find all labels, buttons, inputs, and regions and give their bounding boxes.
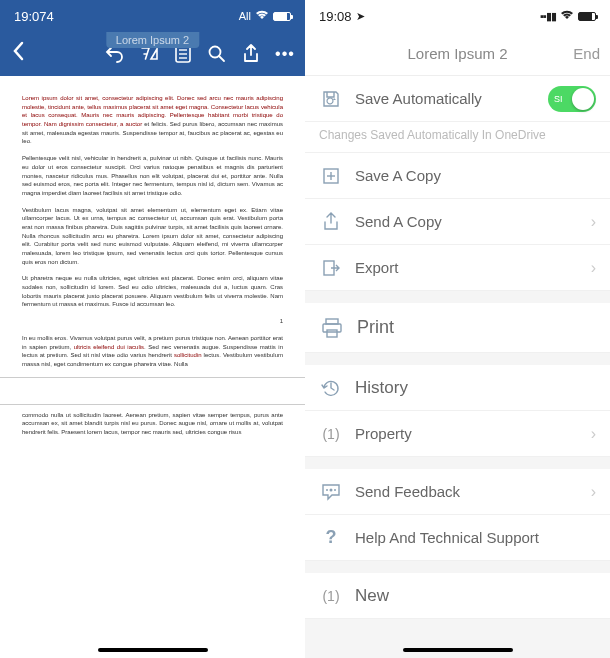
page-number: 1 [22, 317, 283, 326]
feedback-icon [319, 480, 343, 504]
svg-line-5 [219, 56, 224, 61]
svg-rect-11 [323, 324, 341, 332]
help-icon: ? [319, 526, 343, 550]
file-menu: Save Automatically SI Changes Saved Auto… [305, 76, 610, 658]
menu-label: Send Feedback [355, 483, 591, 500]
chevron-right-icon: › [591, 483, 596, 501]
autosave-description: Changes Saved Automatically In OneDrive [305, 122, 610, 153]
send-copy-icon [319, 210, 343, 234]
menu-label: Property [355, 425, 591, 442]
menu-label: Print [357, 317, 596, 338]
help-row[interactable]: ? Help And Technical Support [305, 515, 610, 561]
svg-point-15 [334, 489, 336, 491]
export-icon [319, 256, 343, 280]
property-icon: (1) [319, 422, 343, 446]
new-icon: (1) [319, 584, 343, 608]
document-body[interactable]: Lorem ipsum dolor sit amet, consectetur … [0, 76, 305, 658]
battery-icon [578, 12, 596, 21]
menu-label: Help And Technical Support [355, 529, 596, 546]
svg-rect-12 [327, 330, 337, 337]
menu-label: Save Automatically [355, 90, 548, 107]
print-icon [319, 315, 345, 341]
home-indicator[interactable] [98, 648, 208, 652]
chevron-right-icon: › [591, 213, 596, 231]
chevron-right-icon: › [591, 259, 596, 277]
menu-label: History [355, 378, 596, 398]
print-row[interactable]: Print [305, 303, 610, 353]
history-row[interactable]: History [305, 365, 610, 411]
file-menu-pane: 19:08 ➤ ▪▪▮▮ Lorem Ipsum 2 End Save Auto… [305, 0, 610, 658]
svg-point-13 [330, 488, 333, 491]
menu-label: Send A Copy [355, 213, 591, 230]
clock: 19:08 [319, 9, 352, 24]
status-icons: All [239, 10, 291, 22]
page-break [0, 377, 305, 405]
save-automatically-row[interactable]: Save Automatically SI [305, 76, 610, 122]
search-icon[interactable] [207, 44, 227, 64]
network-indicator: All [239, 10, 251, 22]
menu-header: Lorem Ipsum 2 End [305, 32, 610, 76]
menu-title: Lorem Ipsum 2 [407, 45, 507, 62]
send-copy-row[interactable]: Send A Copy › [305, 199, 610, 245]
save-copy-row[interactable]: Save A Copy [305, 153, 610, 199]
home-indicator[interactable] [403, 648, 513, 652]
autosave-toggle[interactable]: SI [548, 86, 596, 112]
property-row[interactable]: (1) Property › [305, 411, 610, 457]
app-toolbar: Lorem Ipsum 2 ••• [0, 32, 305, 76]
chevron-right-icon: › [591, 425, 596, 443]
status-bar: 19:074 All [0, 0, 305, 32]
new-row[interactable]: (1) New [305, 573, 610, 619]
more-icon[interactable]: ••• [275, 44, 295, 64]
doc-paragraph: commodo nulla ut sollicitudin laoreet. A… [22, 411, 283, 437]
wifi-icon [255, 10, 269, 22]
menu-label: Export [355, 259, 591, 276]
doc-paragraph: Ut pharetra neque eu nulla ultricies, eg… [22, 274, 283, 309]
svg-point-14 [326, 489, 328, 491]
autosave-icon [319, 87, 343, 111]
status-bar: 19:08 ➤ ▪▪▮▮ [305, 0, 610, 32]
export-row[interactable]: Export › [305, 245, 610, 291]
battery-icon [273, 12, 291, 21]
done-button[interactable]: End [573, 45, 600, 62]
wifi-icon [560, 10, 574, 22]
doc-paragraph: Pellentesque velit nisl, vehicular in he… [22, 154, 283, 197]
word-editor-pane: 19:074 All Lorem Ipsum 2 [0, 0, 305, 658]
clock: 19:074 [14, 9, 54, 24]
menu-label: Save A Copy [355, 167, 596, 184]
signal-icon: ▪▪▮▮ [540, 10, 556, 23]
share-icon[interactable] [241, 44, 261, 64]
feedback-row[interactable]: Send Feedback › [305, 469, 610, 515]
status-icons: ▪▪▮▮ [540, 10, 596, 23]
history-icon [319, 376, 343, 400]
back-button[interactable] [6, 41, 32, 67]
location-icon: ➤ [356, 10, 365, 23]
doc-paragraph: In eu mollis eros. Vivamus volutpat puru… [22, 334, 283, 369]
document-title-tab[interactable]: Lorem Ipsum 2 [106, 32, 199, 48]
svg-rect-10 [326, 319, 338, 324]
doc-paragraph: Vestibulum lacus magna, volutpat sit ame… [22, 206, 283, 267]
menu-label: New [355, 586, 596, 606]
save-copy-icon [319, 164, 343, 188]
